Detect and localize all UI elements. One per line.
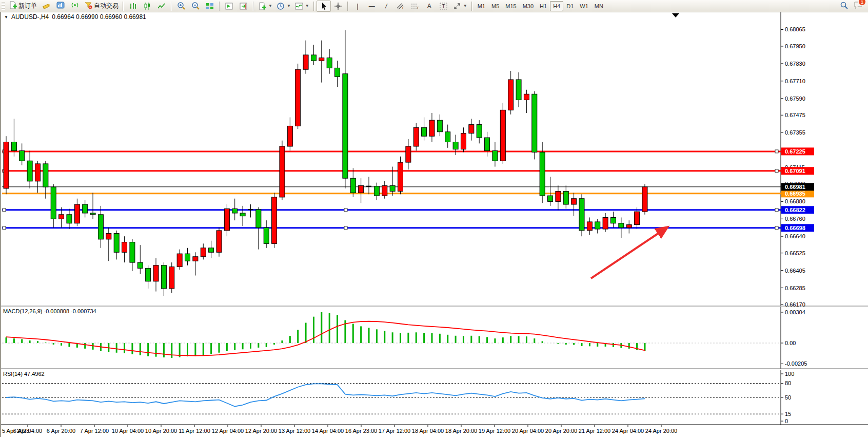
candle — [429, 120, 435, 136]
line-handle[interactable] — [3, 226, 6, 230]
signals-button[interactable] — [68, 1, 82, 12]
candle — [390, 185, 395, 191]
time-tick-label: 20 Apr 20:00 — [545, 428, 577, 434]
line-chart-button[interactable] — [154, 1, 169, 12]
auto-trading-icon — [84, 1, 92, 11]
candle — [74, 204, 80, 223]
indicators-button[interactable]: ▼ — [293, 1, 311, 12]
cursor-tool-button[interactable] — [317, 1, 331, 12]
candle — [11, 142, 16, 151]
tile-windows-button[interactable] — [203, 1, 217, 12]
timeframe-d1-button[interactable]: D1 — [563, 1, 577, 11]
candle — [343, 74, 348, 178]
chart-window: ▼ AUDUSD-,H4 0.66964 0.66990 0.66960 0.6… — [0, 12, 868, 437]
timeframe-h1-button[interactable]: H1 — [537, 1, 550, 11]
styler-button[interactable] — [39, 1, 53, 12]
line-handle[interactable] — [775, 169, 778, 173]
channel-tool-button[interactable]: E — [393, 1, 408, 12]
candle — [398, 162, 403, 192]
line-handle[interactable] — [3, 208, 6, 212]
symbol-dropdown-icon[interactable]: ▼ — [4, 15, 8, 20]
price-tick-label: 0.67710 — [785, 78, 805, 84]
crosshair-tool-button[interactable] — [331, 1, 345, 12]
candle — [122, 242, 127, 253]
line-chart-icon — [157, 2, 166, 10]
zoom-out-button[interactable] — [188, 1, 203, 12]
chart-background — [1, 12, 868, 437]
macd-tick-label: -0.00205 — [785, 360, 807, 367]
toolbar-grip[interactable] — [2, 2, 5, 10]
candle — [193, 257, 198, 261]
shapes-tool-button[interactable]: ▼ — [451, 1, 469, 12]
candle — [626, 225, 632, 228]
candle — [161, 265, 166, 289]
horizontal-line-tool-button[interactable]: — — [365, 1, 379, 12]
candle — [642, 187, 647, 212]
candle — [469, 125, 474, 134]
timeframe-m1-button[interactable]: M1 — [475, 1, 488, 11]
time-tick-label: 24 Apr 04:00 — [612, 428, 644, 434]
dropdown-caret-icon: ▼ — [305, 4, 309, 8]
fibonacci-tool-button[interactable]: F — [408, 1, 422, 12]
price-tick-label: 0.66170 — [785, 301, 805, 308]
price-tick-label: 0.68065 — [785, 26, 805, 32]
price-tick-label: 0.66405 — [785, 268, 805, 274]
candle — [209, 248, 214, 252]
bar-chart-button[interactable] — [126, 1, 140, 12]
auto-scroll-button[interactable] — [222, 1, 236, 12]
candle — [153, 265, 159, 281]
chart-symbol: AUDUSD-,H4 — [11, 13, 49, 21]
timeframe-mn-button[interactable]: MN — [591, 1, 606, 11]
price-tick-label: 0.66880 — [785, 198, 805, 204]
auto-trading-button[interactable]: 自动交易 — [82, 1, 121, 12]
periods-button[interactable]: ▼ — [274, 1, 293, 12]
main-toolbar: 新订单 自动交易 ▼ ▼ ▼ | — / E F A T ▼ M1 M5 M15… — [0, 0, 868, 12]
candle — [319, 58, 324, 61]
notifications-button[interactable]: 1 — [854, 1, 863, 11]
candle — [311, 55, 316, 61]
time-tick-label: 12 Apr 20:00 — [245, 428, 277, 434]
line-handle[interactable] — [775, 226, 778, 230]
timeframe-w1-button[interactable]: W1 — [577, 1, 591, 11]
vertical-line-tool-button[interactable]: | — [350, 1, 365, 12]
price-tick-label: 0.67950 — [785, 43, 805, 49]
crayon-icon — [42, 1, 51, 11]
zoom-in-button[interactable] — [174, 1, 188, 12]
market-watch-button[interactable] — [53, 1, 68, 12]
price-tick-label: 0.67355 — [785, 129, 805, 136]
bar-chart-icon — [129, 2, 137, 10]
rsi-tick-label: 50 — [785, 394, 791, 401]
candlestick-chart-button[interactable] — [140, 1, 154, 12]
search-button[interactable] — [840, 1, 849, 11]
timeframe-m15-button[interactable]: M15 — [502, 1, 519, 11]
trendline-tool-button[interactable]: / — [378, 1, 394, 12]
new-order-icon — [9, 1, 17, 11]
tile-windows-icon — [206, 2, 214, 10]
new-order-button[interactable]: 新订单 — [7, 1, 39, 12]
candle — [359, 185, 364, 193]
time-tick-label: 7 Apr 12:00 — [80, 428, 109, 434]
line-handle[interactable] — [775, 208, 778, 212]
candle — [563, 192, 568, 204]
candle — [406, 146, 411, 162]
chart-canvas[interactable]: 0.680650.679500.678300.677100.675900.674… — [1, 12, 868, 437]
price-badge-label: 0.66698 — [785, 225, 805, 231]
text-label-tool-button[interactable]: T — [437, 1, 451, 12]
candle — [461, 134, 466, 149]
chart-shift-button[interactable] — [236, 1, 251, 12]
time-tick-label: 10 Apr 20:00 — [145, 428, 177, 434]
templates-button[interactable]: ▼ — [256, 1, 274, 12]
rsi-tick-label: 0 — [785, 418, 788, 424]
candlestick-chart-icon — [143, 2, 151, 10]
candle — [335, 68, 340, 77]
text-tool-button[interactable]: A — [422, 1, 437, 12]
price-tick-label: 0.67475 — [785, 112, 805, 118]
candle — [264, 227, 269, 243]
timeframe-m5-button[interactable]: M5 — [488, 1, 502, 11]
line-handle[interactable] — [344, 208, 347, 212]
line-handle[interactable] — [344, 226, 347, 230]
timeframe-h4-button[interactable]: H4 — [550, 1, 563, 11]
timeframe-m30-button[interactable]: M30 — [520, 1, 537, 11]
line-handle[interactable] — [775, 150, 778, 153]
window-chart-icon — [56, 1, 65, 11]
